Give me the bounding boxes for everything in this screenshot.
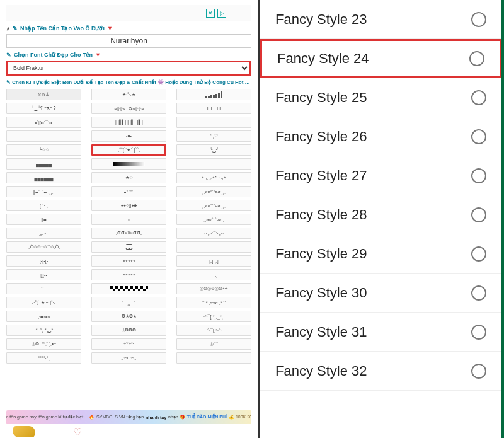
symbol-cell[interactable]: ,,Ò⊙⊙··⊙``⊙,Ò,	[6, 241, 81, 253]
arrow-down-icon: ▼	[95, 52, 101, 58]
right-pane: Fancy Style 23Fancy Style 24Fancy Style …	[258, 0, 504, 438]
symbol-cell[interactable]	[91, 283, 166, 294]
symbol-cell[interactable]: ·*·˙°˛·*ˏ͜··*	[6, 325, 81, 336]
symbol-cell[interactable]	[176, 241, 251, 253]
symbol-cell[interactable]: „·°[˙´★`··˙]°·„	[6, 297, 81, 308]
symbol-cell[interactable]: ¸„.-•--	[6, 228, 81, 239]
symbol-cell[interactable]: [˙´·˙,	[6, 200, 81, 211]
style-row[interactable]: Fancy Style 29	[260, 234, 501, 274]
radio-icon[interactable]	[471, 12, 486, 27]
symbol-cell[interactable]	[6, 130, 81, 142]
font-select[interactable]: Bold Fraktur	[6, 61, 251, 76]
symbol-cell[interactable]: [•[•[•	[6, 255, 81, 267]
radio-icon[interactable]	[471, 129, 486, 144]
promo-banner[interactable]: Ngoài tạo tên game hay, tên game kí tự đ…	[6, 410, 251, 424]
style-row[interactable]: Fancy Style 28	[260, 195, 501, 234]
name-input[interactable]	[6, 34, 251, 48]
radio-icon[interactable]	[471, 168, 486, 183]
symbol-cell[interactable]: ٭٭٭٭٭	[91, 269, 166, 280]
symbol-cell[interactable]: °°°°·°[	[6, 352, 81, 364]
symbol-cell[interactable]: ○	[91, 214, 166, 225]
symbol-cell[interactable]: ILLILLI	[176, 103, 251, 114]
style-label: Fancy Style 23	[275, 11, 367, 28]
symbol-cell[interactable]: ▄▄▄▄▄	[6, 158, 81, 170]
style-row[interactable]: Fancy Style 30	[260, 274, 501, 313]
symbol-cell[interactable]: •♥•	[91, 130, 166, 142]
symbol-cell[interactable]: ˏ͜͜͡͡ˏ͜͜͡͡ˏ	[91, 241, 166, 253]
symbol-cell[interactable]: ╰‿╯ʕ ᴖᴥᴖ ʔ	[6, 103, 81, 114]
symbol-cell[interactable]: ╰‿╯	[176, 144, 251, 156]
heart-icon: ♡	[73, 426, 82, 438]
radio-icon[interactable]	[471, 246, 486, 262]
symbol-cell[interactable]: ★☆	[91, 172, 166, 183]
symbol-cell[interactable]: ๑۩۩๑...Ọ๑۩۩๑	[91, 103, 166, 114]
style-label: Fancy Style 32	[275, 363, 367, 379]
symbol-cell[interactable]: „ƠƠ×X×ƠƠ„	[91, 228, 166, 239]
style-label: Fancy Style 25	[275, 89, 367, 106]
symbol-cell[interactable]: ٭٭٭٭٭	[91, 255, 166, 267]
symbol-cell[interactable]: ★·°·.★	[91, 89, 166, 100]
symbol-cell[interactable]: ◎¨¨¨	[176, 338, 251, 350]
symbol-cell[interactable]: ´¨`„¸	[176, 269, 251, 280]
style-label: Fancy Style 27	[275, 168, 367, 184]
symbol-cell[interactable]	[176, 352, 251, 364]
radio-icon[interactable]	[471, 285, 486, 301]
symbol-cell[interactable]: ¸,ø¤°`°¤ø,¸¸,	[176, 200, 251, 211]
symbol-cell[interactable]: XOÁ	[6, 89, 81, 100]
symbol-cell[interactable]	[176, 117, 251, 128]
symbol-cell[interactable]: ٭,.・*٭.,¸¸,.٭	[176, 172, 251, 183]
symbol-cell[interactable]: ◎❂¯**„¨˙]„•~	[6, 338, 81, 350]
symbol-cell[interactable]: ¸,ø¤°`°¤ø,¸	[176, 214, 251, 225]
style-label: Fancy Style 31	[275, 324, 367, 340]
symbol-cell[interactable]: ▄▄▄▄▄▄	[6, 172, 81, 183]
symbol-cell[interactable]	[176, 89, 251, 100]
symbol-cell[interactable]: ╰☆☆	[6, 144, 81, 156]
symbol-cell[interactable]: ||▌▌|||▌||▌|	[91, 117, 166, 128]
symbol-cell[interactable]: ·*·¯[˛*¸„_*¸.	[176, 311, 251, 322]
symbol-cell[interactable]: *.¸♡	[176, 130, 251, 142]
ad-info-icon[interactable]: ▷	[217, 9, 226, 18]
style-label: Fancy Style 24	[277, 50, 369, 67]
symbol-cell[interactable]: ✪★✪★	[91, 311, 166, 322]
symbol-cell[interactable]: [[[••	[6, 269, 81, 280]
style-label: Fancy Style 29	[275, 246, 367, 262]
symbol-cell[interactable]: ¤ „.·´¯`·„,¤	[176, 228, 251, 239]
style-row[interactable]: Fancy Style 27	[260, 156, 501, 195]
style-row[interactable]: Fancy Style 32	[260, 352, 501, 391]
radio-icon[interactable]	[471, 90, 486, 105]
style-row[interactable]: Fancy Style 26	[260, 117, 501, 156]
chevron-up-icon[interactable]: ∧	[6, 26, 10, 32]
symbol-cell[interactable]	[91, 158, 166, 170]
symbol-cell[interactable]: ●●○[]●◆	[91, 200, 166, 211]
symbol-cell[interactable]: ·´´···	[6, 283, 81, 294]
symbol-cell[interactable]: ·´···¸¸···`·	[91, 297, 166, 308]
style-row[interactable]: Fancy Style 24	[260, 39, 501, 78]
symbol-cell[interactable]: „°°[˙´★`˙]°°„	[91, 144, 166, 156]
symbol-cell[interactable]: ·°·¯[˛*·°·	[176, 325, 251, 336]
symbol-cell[interactable]: ◎⊙◎⊙◎⊙٭·٭	[176, 283, 251, 294]
symbol-cell[interactable]: |[••	[6, 214, 81, 225]
style-row[interactable]: Fancy Style 31	[260, 313, 501, 352]
ad-close-icon[interactable]: ✕	[206, 9, 215, 18]
symbol-cell[interactable]: ●°·°°·	[91, 186, 166, 197]
style-row[interactable]: Fancy Style 23	[260, 0, 501, 39]
radio-icon[interactable]	[469, 51, 484, 66]
radio-icon[interactable]	[471, 207, 486, 222]
info-line: ✎ Chèn Kí Tự Đặc Biệt Bên Dưới Để Tạo Tê…	[6, 79, 251, 85]
symbol-cell[interactable]: ¸,ø¤°`°¤ø,¸¸,	[176, 186, 251, 197]
symbol-cell[interactable]: [„];[„]	[176, 255, 251, 267]
ad-bar: ✕ ▷	[6, 5, 251, 21]
symbol-cell[interactable]: ˷∽ω∽˷	[91, 352, 166, 364]
style-row[interactable]: Fancy Style 25	[260, 78, 501, 117]
style-label: Fancy Style 26	[275, 129, 367, 145]
ribbon-icon	[11, 426, 36, 437]
radio-icon[interactable]	[471, 364, 486, 379]
symbol-cell[interactable]: „·••๑•๑	[6, 311, 81, 322]
symbol-cell[interactable]: ±٪±*·	[91, 338, 166, 350]
symbol-cell[interactable]: ``·*.,ææ.,*·´´	[176, 297, 251, 308]
symbol-cell[interactable]: |[••´¯`••.,¸¸,.	[6, 186, 81, 197]
radio-icon[interactable]	[471, 325, 486, 340]
symbol-cell[interactable]: •°|[••´¯`••	[6, 117, 81, 128]
symbol-cell[interactable]	[176, 158, 251, 170]
symbol-cell[interactable]: ᛝ✪✪✪	[91, 325, 166, 336]
